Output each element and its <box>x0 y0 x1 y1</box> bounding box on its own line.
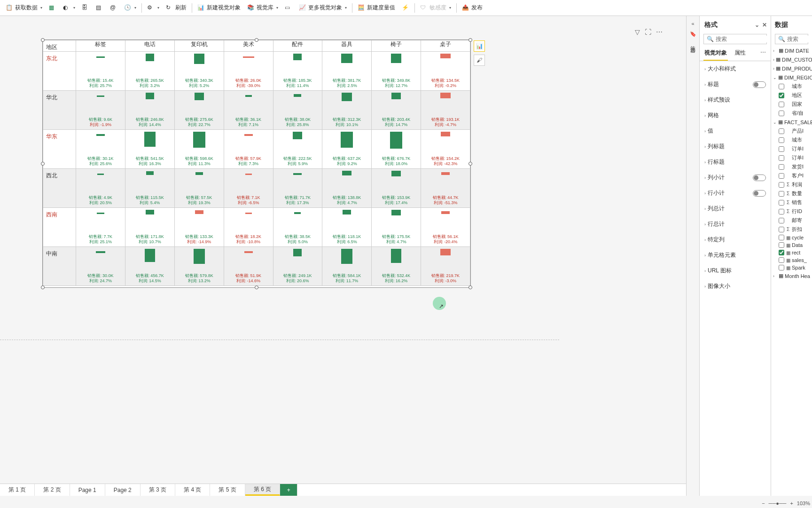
field-checkbox[interactable] <box>779 182 784 188</box>
filter-icon[interactable]: ▽ <box>635 28 640 36</box>
field-checkbox[interactable] <box>779 93 784 98</box>
format-section[interactable]: ›标题 <box>700 77 771 92</box>
enter-data-button[interactable]: ▤ <box>93 2 106 14</box>
field-checkbox[interactable] <box>779 146 784 152</box>
field-checkbox[interactable] <box>779 227 784 232</box>
new-visual-button[interactable]: 📊新建视觉对象 <box>195 2 243 14</box>
resize-handle[interactable] <box>41 38 45 42</box>
format-section[interactable]: ›列总计 <box>700 201 771 216</box>
format-section[interactable]: ›列标题 <box>700 139 771 154</box>
format-section[interactable]: ›特定列 <box>700 232 771 247</box>
field-checkbox[interactable] <box>779 128 784 134</box>
table-row[interactable]: ⌄▦FACT_SALES <box>771 118 812 127</box>
table-row[interactable]: ›▦Month Hea <box>771 271 812 280</box>
canvas-area[interactable]: ▽ ⛶ ⋯ 地区标签电话复印机美术配件器具椅子桌子东北销售额:15.4K利润:2… <box>0 16 686 496</box>
field-row[interactable]: Σ数量 <box>771 189 812 198</box>
field-row[interactable]: 地区 <box>771 91 812 100</box>
field-checkbox[interactable] <box>779 164 784 170</box>
format-section[interactable]: ›行小计 <box>700 185 771 201</box>
datahub-button[interactable]: ◐▾ <box>60 2 78 14</box>
resize-handle[interactable] <box>468 286 472 289</box>
get-data-button[interactable]: 📋获取数据▾ <box>3 2 45 14</box>
expand-icon[interactable]: ⌄ <box>755 22 759 28</box>
toggle[interactable] <box>753 81 766 88</box>
field-row[interactable]: 城市 <box>771 82 812 91</box>
field-row[interactable]: ▦cycle <box>771 234 812 241</box>
matrix-visual[interactable]: 地区标签电话复印机美术配件器具椅子桌子东北销售额:15.4K利润:25.7%销售… <box>42 40 471 288</box>
table-row[interactable]: ›▦DIM_CUSTO <box>771 55 812 64</box>
field-row[interactable]: ▦rect <box>771 249 812 256</box>
format-section[interactable]: ›单元格元素 <box>700 247 771 263</box>
field-row[interactable]: 发货I <box>771 162 812 171</box>
zoom-in-icon[interactable]: + <box>790 500 793 506</box>
field-row[interactable]: 产品I <box>771 127 812 135</box>
page-tab[interactable]: Page 2 <box>105 484 141 496</box>
more-tabs-icon[interactable]: ⋯ <box>759 46 767 61</box>
toggle[interactable] <box>753 175 766 181</box>
field-row[interactable]: 订单I <box>771 144 812 153</box>
field-checkbox[interactable] <box>779 250 784 255</box>
tab-general[interactable]: 属性 <box>734 46 747 61</box>
recent-button[interactable]: 🕓▾ <box>121 2 139 14</box>
refresh-button[interactable]: ↻刷新 <box>163 2 189 14</box>
quick-measure-button[interactable]: ⚡ <box>399 2 412 14</box>
resize-handle[interactable] <box>255 286 258 289</box>
table-row[interactable]: ›▦DIM DATE <box>771 46 812 55</box>
data-search-input[interactable] <box>787 36 812 42</box>
field-checkbox[interactable] <box>779 200 784 206</box>
zoom-out-icon[interactable]: − <box>762 500 765 506</box>
format-section[interactable]: ›列小计 <box>700 170 771 185</box>
toggle[interactable] <box>753 190 766 197</box>
field-checkbox[interactable] <box>779 257 784 263</box>
field-checkbox[interactable] <box>779 218 784 223</box>
field-checkbox[interactable] <box>779 265 784 270</box>
format-section[interactable]: ›行总计 <box>700 216 771 232</box>
format-section[interactable]: ›大小和样式 <box>700 61 771 77</box>
sensitivity-button[interactable]: 🛡敏感度▾ <box>417 2 454 14</box>
field-checkbox[interactable] <box>779 235 784 240</box>
page-tab[interactable]: 第 3 页 <box>141 484 175 496</box>
add-page-button[interactable]: + <box>280 484 297 496</box>
field-checkbox[interactable] <box>779 111 784 116</box>
format-section[interactable]: ›图像大小 <box>700 278 771 294</box>
visual-lib-button[interactable]: 📚视觉库▾ <box>244 2 281 14</box>
resize-handle[interactable] <box>41 286 45 289</box>
more-visuals-button[interactable]: 📈更多视觉对象▾ <box>296 2 350 14</box>
field-row[interactable]: ▦sales_ <box>771 256 812 264</box>
page-tab[interactable]: 第 6 页 <box>245 484 280 496</box>
field-checkbox[interactable] <box>779 242 784 248</box>
field-row[interactable]: 订单I <box>771 153 812 162</box>
field-row[interactable]: 邮寄 <box>771 216 812 225</box>
field-row[interactable]: 城市 <box>771 135 812 144</box>
field-row[interactable]: 国家 <box>771 100 812 109</box>
resize-handle[interactable] <box>255 38 258 42</box>
page-tab[interactable]: 第 4 页 <box>175 484 210 496</box>
page-tab[interactable]: 第 2 页 <box>35 484 70 496</box>
format-section[interactable]: ›样式预设 <box>700 92 771 108</box>
field-row[interactable]: ▦Data <box>771 241 812 249</box>
expand-filter-icon[interactable]: « <box>691 21 694 26</box>
format-search[interactable]: 🔍 <box>703 34 767 44</box>
field-checkbox[interactable] <box>779 209 784 214</box>
format-section[interactable]: ›网格 <box>700 108 771 123</box>
bookmark-icon[interactable]: 🔖 <box>690 31 696 37</box>
resize-handle[interactable] <box>468 38 472 42</box>
field-row[interactable]: Σ利润 <box>771 180 812 189</box>
page-tab[interactable]: 第 1 页 <box>0 484 35 496</box>
page-tab[interactable]: Page 1 <box>70 484 105 496</box>
field-checkbox[interactable] <box>779 173 784 179</box>
dataverse-button[interactable]: @ <box>107 2 120 14</box>
field-row[interactable]: Σ行ID <box>771 207 812 216</box>
new-measure-button[interactable]: 🧮新建度量值 <box>355 2 398 14</box>
field-checkbox[interactable] <box>779 191 784 197</box>
field-checkbox[interactable] <box>779 137 784 143</box>
field-row[interactable]: 省/自 <box>771 109 812 118</box>
close-icon[interactable]: ✕ <box>762 22 767 28</box>
format-section[interactable]: ›行标题 <box>700 154 771 170</box>
more-icon[interactable]: ⋯ <box>656 28 663 36</box>
transform-button[interactable]: ⚙▾ <box>144 2 162 14</box>
tab-visual[interactable]: 视觉对象 <box>703 46 728 61</box>
publish-button[interactable]: 📤发布 <box>459 2 485 14</box>
field-row[interactable]: Σ折扣 <box>771 225 812 234</box>
table-row[interactable]: ⌄▦DIM_REGIO <box>771 73 812 82</box>
